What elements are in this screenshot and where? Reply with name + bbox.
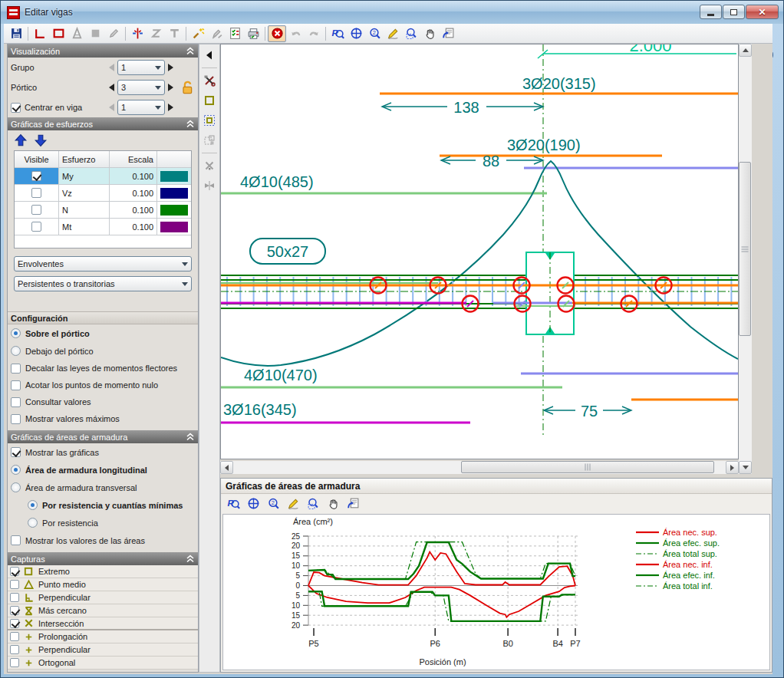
hscroll-thumb[interactable]	[461, 461, 714, 473]
flip-button[interactable]	[202, 178, 217, 193]
esfuerzos-row-n[interactable]: N0.100	[15, 202, 191, 219]
captura-checkbox-punto-medio[interactable]	[10, 580, 19, 589]
tools-button[interactable]	[202, 73, 217, 88]
stop-button[interactable]	[268, 25, 286, 42]
spinner-left-centrar-en-viga[interactable]	[109, 104, 114, 111]
preview-button[interactable]	[344, 495, 362, 512]
zoom-win-button[interactable]	[402, 25, 420, 42]
combo-centrar-en-viga[interactable]: 1	[117, 100, 165, 115]
compass-button[interactable]	[68, 25, 86, 42]
checkbox-consultar-valores[interactable]	[11, 397, 21, 407]
color-cell[interactable]	[157, 202, 191, 218]
captura-checkbox-prolongacion[interactable]	[10, 632, 19, 641]
noedit-button[interactable]	[207, 25, 226, 42]
captura-checkbox-perpendicular[interactable]	[10, 593, 19, 602]
captura-checkbox-perpendicular[interactable]	[10, 645, 19, 654]
dotted-square-button[interactable]	[202, 113, 217, 128]
zoom-win-button[interactable]	[304, 495, 322, 512]
escala-cell[interactable]: 0.100	[110, 168, 157, 184]
minimize-button[interactable]	[700, 5, 722, 19]
checkbox-decalar-las-leyes-de-momentos-flectores[interactable]	[11, 364, 21, 374]
square-olive-button[interactable]	[202, 93, 217, 108]
zoom-r-button[interactable]: R	[224, 495, 242, 512]
canvas-hscrollbar[interactable]	[220, 461, 739, 474]
scroll-down-button[interactable]	[739, 461, 752, 474]
zoom-ext-button[interactable]	[244, 495, 262, 512]
checkbox-centrar-en-viga[interactable]	[11, 103, 21, 113]
escala-cell[interactable]: 0.100	[110, 219, 157, 235]
areas-option-por-resistencia-y-cuantias-minimas[interactable]: Por resistencia y cuantías mínimas	[8, 496, 198, 514]
captura-row-perpendicular-6[interactable]: Perpendicular	[8, 643, 198, 657]
fillsq-button[interactable]	[86, 25, 104, 42]
visible-checkbox-n[interactable]	[31, 205, 41, 215]
esfuerzos-row-vz[interactable]: Vz0.100	[15, 185, 191, 202]
zoom-prev-button[interactable]: 2	[264, 495, 282, 512]
combo-grupo[interactable]: 1	[117, 60, 165, 75]
combo-envolventes[interactable]: Envolventes	[14, 256, 192, 272]
captura-row-ortogonal-7[interactable]: Ortogonal	[8, 657, 198, 670]
redraw-button[interactable]	[284, 495, 302, 512]
rect-red-button[interactable]	[49, 25, 68, 42]
scroll-right-button[interactable]	[726, 461, 739, 474]
save-button[interactable]	[7, 25, 25, 42]
cutx-button[interactable]	[202, 158, 217, 173]
areas-option-area-de-armadura-longitudinal[interactable]: Área de armadura longitudinal	[8, 461, 198, 479]
captura-row-extremo-0[interactable]: Extremo	[8, 565, 198, 578]
redo-button[interactable]	[305, 25, 323, 42]
title-bar[interactable]: Editar vigas ✕	[1, 1, 783, 24]
undo-button[interactable]	[286, 25, 305, 42]
zsect-button[interactable]	[147, 25, 165, 42]
config-option-decalar-las-leyes-de-momentos-flectores[interactable]: Decalar las leyes de momentos flectores	[8, 360, 198, 377]
scroll-up-button[interactable]	[739, 44, 752, 57]
areas-option-por-resistencia[interactable]: Por resistencia	[8, 514, 198, 532]
captura-checkbox-mas-cercano[interactable]	[10, 606, 19, 615]
selection-button[interactable]	[202, 133, 217, 148]
esfuerzos-row-my[interactable]: My0.100	[15, 168, 191, 185]
visible-cell-mt[interactable]	[15, 219, 59, 235]
radio-area-de-armadura-longitudinal[interactable]	[11, 465, 21, 475]
captura-row-perpendicular-2[interactable]: Perpendicular	[8, 591, 198, 604]
combo-portico[interactable]: 3	[117, 80, 165, 95]
captura-row-mas-cercano-3[interactable]: Más cercano	[8, 604, 198, 617]
radio-sobre-el-portico[interactable]	[11, 328, 21, 338]
checkbox-mostrar-los-valores-de-las-areas[interactable]	[11, 535, 21, 545]
tsect-button[interactable]	[165, 25, 183, 42]
color-cell[interactable]	[157, 185, 191, 201]
spinner-right-portico[interactable]	[168, 84, 173, 91]
spinner-right-grupo[interactable]	[168, 64, 173, 71]
move-down-button[interactable]	[34, 133, 48, 147]
section-button[interactable]	[128, 25, 147, 42]
checkbox-mostrar-las-graficas[interactable]	[11, 447, 21, 457]
redraw-button[interactable]	[384, 25, 402, 42]
radio-por-resistencia[interactable]	[28, 518, 38, 528]
esfuerzos-row-mt[interactable]: Mt0.100	[15, 219, 191, 235]
checklist-button[interactable]	[226, 25, 244, 42]
panel-header-visualizacion[interactable]: Visualización	[8, 44, 198, 58]
pencil-button[interactable]	[104, 25, 123, 42]
escala-cell[interactable]: 0.100	[110, 202, 157, 218]
panel-header-areas-armadura[interactable]: Gráficas de áreas de armadura	[8, 430, 198, 443]
radio-debajo-del-portico[interactable]	[11, 346, 21, 356]
escala-cell[interactable]: 0.100	[110, 185, 157, 201]
printcheck-button[interactable]	[244, 25, 262, 42]
captura-row-interseccion-4[interactable]: Intersección	[8, 617, 198, 630]
captura-row-prolongacion-5[interactable]: Prolongación	[8, 630, 198, 643]
vscroll-thumb[interactable]	[739, 162, 751, 336]
close-button[interactable]: ✕	[746, 5, 779, 19]
color-cell[interactable]	[157, 219, 191, 235]
checkbox-mostrar-valores-maximos[interactable]	[11, 414, 21, 424]
unlock-icon[interactable]	[180, 80, 195, 95]
esfuerzos-table[interactable]: VisibleEsfuerzoEscalaMy0.100Vz0.100N0.10…	[14, 150, 192, 248]
visible-cell-my[interactable]	[15, 168, 59, 184]
panel-header-esfuerzos[interactable]: Gráficas de esfuerzos	[8, 117, 198, 130]
radio-area-de-armadura-transversal[interactable]	[11, 482, 21, 492]
captura-checkbox-ortogonal[interactable]	[10, 658, 19, 667]
collapse-arrow-button[interactable]	[202, 48, 217, 63]
areas-option-mostrar-los-valores-de-las-areas[interactable]: Mostrar los valores de las áreas	[8, 532, 198, 549]
maximize-button[interactable]	[723, 5, 745, 19]
scroll-left-button[interactable]	[220, 461, 233, 474]
visible-cell-vz[interactable]	[15, 185, 59, 201]
pan-button[interactable]	[324, 495, 342, 512]
visible-cell-n[interactable]	[15, 202, 59, 218]
spinner-right-centrar-en-viga[interactable]	[168, 104, 173, 111]
